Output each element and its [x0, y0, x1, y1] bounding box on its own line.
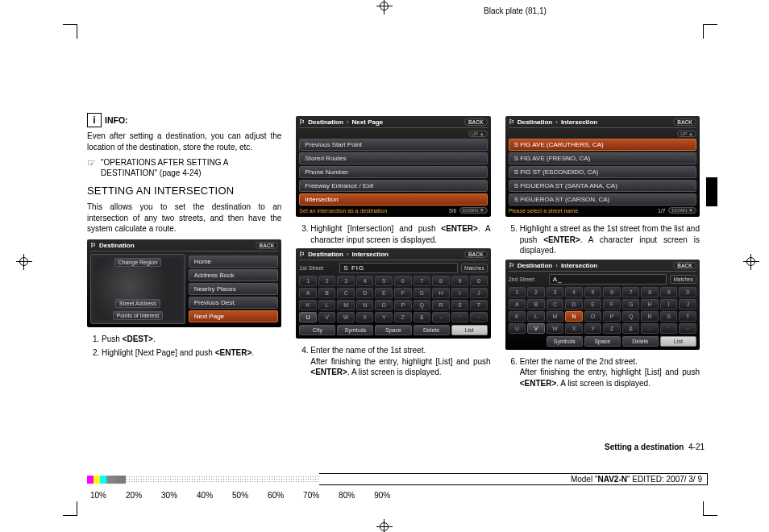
- key-8[interactable]: 8: [432, 276, 450, 286]
- key-T[interactable]: T: [470, 300, 488, 310]
- menu-item[interactable]: Previous Start Point: [299, 139, 487, 151]
- key-D[interactable]: D: [356, 288, 374, 298]
- key-1[interactable]: 1: [299, 276, 317, 286]
- back-button[interactable]: BACK: [464, 251, 488, 258]
- street-input[interactable]: S FIG: [339, 263, 458, 273]
- key-E[interactable]: E: [375, 288, 393, 298]
- key-O[interactable]: O: [584, 311, 602, 322]
- key-0[interactable]: 0: [470, 276, 488, 286]
- key-7[interactable]: 7: [622, 287, 640, 297]
- key-'[interactable]: ': [451, 312, 469, 322]
- key-9[interactable]: 9: [660, 287, 678, 297]
- space-button[interactable]: Space: [375, 325, 411, 335]
- key-J[interactable]: J: [679, 299, 696, 310]
- key-3[interactable]: 3: [547, 287, 564, 297]
- key-K[interactable]: K: [299, 300, 317, 310]
- back-button[interactable]: BACK: [256, 242, 279, 249]
- keyboard[interactable]: 1234567890ABCDEFGHIJKLMNOPQRSTUVWXYZ&-'·: [299, 276, 487, 322]
- up-button[interactable]: UP ▲: [468, 131, 488, 137]
- list-item[interactable]: S FIGUEROA ST (SANTA ANA, CA): [509, 180, 696, 192]
- key-U[interactable]: U: [509, 323, 526, 334]
- key-1[interactable]: 1: [509, 287, 526, 297]
- key-H[interactable]: H: [432, 288, 450, 298]
- list-item[interactable]: S FIG AVE (FRESNO, CA): [509, 152, 696, 164]
- key-F[interactable]: F: [394, 288, 412, 298]
- key-R[interactable]: R: [641, 311, 659, 322]
- key-V[interactable]: V: [318, 312, 336, 322]
- key-N[interactable]: N: [565, 311, 583, 322]
- key-5[interactable]: 5: [375, 276, 393, 286]
- symbols-button[interactable]: Symbols: [337, 325, 373, 335]
- list-item[interactable]: S FIGUEROA ST (CARSON, CA): [509, 193, 696, 206]
- key-&[interactable]: &: [414, 312, 431, 322]
- list-item[interactable]: S FIG ST (ESCONDIDO, CA): [509, 166, 696, 178]
- key-A[interactable]: A: [509, 299, 526, 310]
- key-X[interactable]: X: [565, 323, 583, 334]
- key-P[interactable]: P: [394, 300, 412, 310]
- back-button[interactable]: BACK: [464, 118, 488, 126]
- key-7[interactable]: 7: [414, 276, 431, 286]
- delete-button[interactable]: Delete: [622, 336, 659, 347]
- key-L[interactable]: L: [527, 311, 545, 322]
- key-N[interactable]: N: [356, 300, 374, 310]
- key-Y[interactable]: Y: [375, 312, 393, 322]
- key-I[interactable]: I: [451, 288, 469, 298]
- city-button[interactable]: City: [299, 325, 335, 335]
- key-S[interactable]: S: [451, 300, 469, 310]
- list-item[interactable]: S FIG AVE (CARUTHERS, CA): [509, 139, 696, 151]
- menu-item[interactable]: Stored Routes: [299, 152, 487, 164]
- key-·[interactable]: ·: [470, 312, 488, 322]
- key-X[interactable]: X: [356, 312, 374, 322]
- key-P[interactable]: P: [603, 311, 621, 322]
- key-4[interactable]: 4: [356, 276, 374, 286]
- menu-item[interactable]: Phone Number: [299, 166, 487, 178]
- key-Z[interactable]: Z: [394, 312, 412, 322]
- key-U[interactable]: U: [299, 312, 317, 322]
- key-K[interactable]: K: [509, 311, 526, 322]
- key-A[interactable]: A: [299, 288, 317, 298]
- key-Y[interactable]: Y: [584, 323, 602, 334]
- menu-item-next-page[interactable]: Next Page: [189, 310, 279, 322]
- key-T[interactable]: T: [679, 311, 696, 322]
- back-button[interactable]: BACK: [673, 262, 696, 269]
- key--[interactable]: -: [641, 323, 659, 334]
- menu-item-home[interactable]: Home: [189, 256, 279, 268]
- key-6[interactable]: 6: [394, 276, 412, 286]
- key-Q[interactable]: Q: [622, 311, 640, 322]
- key-R[interactable]: R: [432, 300, 450, 310]
- key-S[interactable]: S: [660, 311, 678, 322]
- key-O[interactable]: O: [375, 300, 393, 310]
- list-button[interactable]: List: [660, 336, 696, 347]
- key-&[interactable]: &: [622, 323, 640, 334]
- key-0[interactable]: 0: [679, 287, 696, 297]
- key-B[interactable]: B: [527, 299, 545, 310]
- back-button[interactable]: BACK: [673, 118, 696, 126]
- key-Z[interactable]: Z: [603, 323, 621, 334]
- delete-button[interactable]: Delete: [414, 325, 450, 335]
- menu-item-address-book[interactable]: Address Book: [189, 269, 279, 281]
- key-M[interactable]: M: [547, 311, 564, 322]
- list-button[interactable]: List: [451, 325, 488, 335]
- key-2[interactable]: 2: [318, 276, 336, 286]
- key-6[interactable]: 6: [603, 287, 621, 297]
- down-button[interactable]: DOWN ▼: [668, 207, 696, 214]
- key-5[interactable]: 5: [584, 287, 602, 297]
- change-region-button[interactable]: Change Region: [114, 258, 162, 267]
- key-V[interactable]: V: [527, 323, 545, 334]
- key-I[interactable]: I: [660, 299, 678, 310]
- key--[interactable]: -: [432, 312, 450, 322]
- key-4[interactable]: 4: [565, 287, 583, 297]
- key-G[interactable]: G: [414, 288, 431, 298]
- key-2[interactable]: 2: [527, 287, 545, 297]
- symbols-button[interactable]: Symbols: [547, 336, 583, 347]
- menu-item-nearby[interactable]: Nearby Places: [189, 283, 279, 295]
- up-button[interactable]: UP ▲: [677, 131, 696, 137]
- key-H[interactable]: H: [641, 299, 659, 310]
- poi-button[interactable]: Points of Interest: [113, 311, 164, 320]
- menu-item-prev-dest[interactable]: Previous Dest.: [189, 297, 279, 309]
- key-W[interactable]: W: [337, 312, 355, 322]
- key-D[interactable]: D: [565, 299, 583, 310]
- key-3[interactable]: 3: [337, 276, 355, 286]
- space-button[interactable]: Space: [584, 336, 621, 347]
- key-G[interactable]: G: [622, 299, 640, 310]
